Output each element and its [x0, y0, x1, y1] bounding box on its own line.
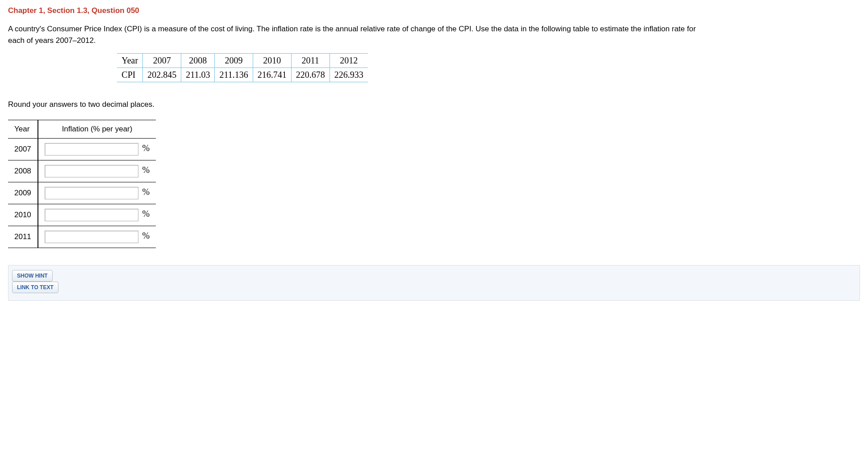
answer-year-cell: 2010	[8, 204, 38, 226]
cpi-value-cell: 220.678	[291, 68, 330, 82]
cpi-value-cell: 226.933	[330, 68, 368, 82]
cpi-table: Year 2007 2008 2009 2010 2011 2012 CPI 2…	[117, 53, 367, 82]
answer-input-cell: %	[38, 160, 156, 182]
percent-unit: %	[142, 231, 150, 240]
answer-row: 2009 %	[8, 182, 156, 204]
answer-year-cell: 2009	[8, 182, 38, 204]
cpi-value-cell: 216.741	[253, 68, 291, 82]
answer-row: 2010 %	[8, 204, 156, 226]
answer-input-cell: %	[38, 204, 156, 226]
answer-header-inflation: Inflation (% per year)	[38, 120, 156, 139]
cpi-year-label: Year	[117, 54, 142, 68]
show-hint-button[interactable]: SHOW HINT	[12, 270, 53, 282]
cpi-row-years: Year 2007 2008 2009 2010 2011 2012	[117, 54, 367, 68]
percent-unit: %	[142, 143, 150, 153]
answer-header-row: Year Inflation (% per year)	[8, 120, 156, 139]
inflation-input-2007[interactable]	[45, 143, 138, 156]
answer-input-cell: %	[38, 139, 156, 160]
answer-year-cell: 2011	[8, 226, 38, 248]
answer-input-cell: %	[38, 182, 156, 204]
answer-year-cell: 2008	[8, 160, 38, 182]
percent-unit: %	[142, 165, 150, 175]
cpi-row-values: CPI 202.845 211.03 211.136 216.741 220.6…	[117, 68, 367, 82]
answer-row: 2011 %	[8, 226, 156, 248]
answer-row: 2008 %	[8, 160, 156, 182]
inflation-input-2011[interactable]	[45, 231, 138, 243]
percent-unit: %	[142, 187, 150, 197]
inflation-input-2009[interactable]	[45, 187, 138, 199]
cpi-year-cell: 2012	[330, 54, 368, 68]
link-to-text-button[interactable]: LINK TO TEXT	[12, 282, 58, 293]
cpi-value-cell: 211.03	[181, 68, 215, 82]
inflation-input-2008[interactable]	[45, 165, 138, 177]
cpi-year-cell: 2009	[215, 54, 253, 68]
question-title: Chapter 1, Section 1.3, Question 050	[8, 6, 860, 15]
cpi-value-cell: 211.136	[215, 68, 253, 82]
answer-input-cell: %	[38, 226, 156, 248]
inflation-input-2010[interactable]	[45, 209, 138, 221]
answer-header-year: Year	[8, 120, 38, 139]
answer-year-cell: 2007	[8, 139, 38, 160]
footer-panel: SHOW HINT LINK TO TEXT	[8, 265, 860, 301]
percent-unit: %	[142, 209, 150, 219]
cpi-year-cell: 2007	[143, 54, 181, 68]
cpi-year-cell: 2008	[181, 54, 215, 68]
rounding-instruction: Round your answers to two decimal places…	[8, 100, 860, 109]
cpi-year-cell: 2011	[291, 54, 330, 68]
cpi-year-cell: 2010	[253, 54, 291, 68]
question-description: A country's Consumer Price Index (CPI) i…	[8, 23, 705, 46]
cpi-table-wrap: Year 2007 2008 2009 2010 2011 2012 CPI 2…	[8, 53, 477, 82]
cpi-value-label: CPI	[117, 68, 142, 82]
answer-table: Year Inflation (% per year) 2007 % 2008 …	[8, 120, 156, 248]
answer-row: 2007 %	[8, 139, 156, 160]
cpi-value-cell: 202.845	[143, 68, 181, 82]
